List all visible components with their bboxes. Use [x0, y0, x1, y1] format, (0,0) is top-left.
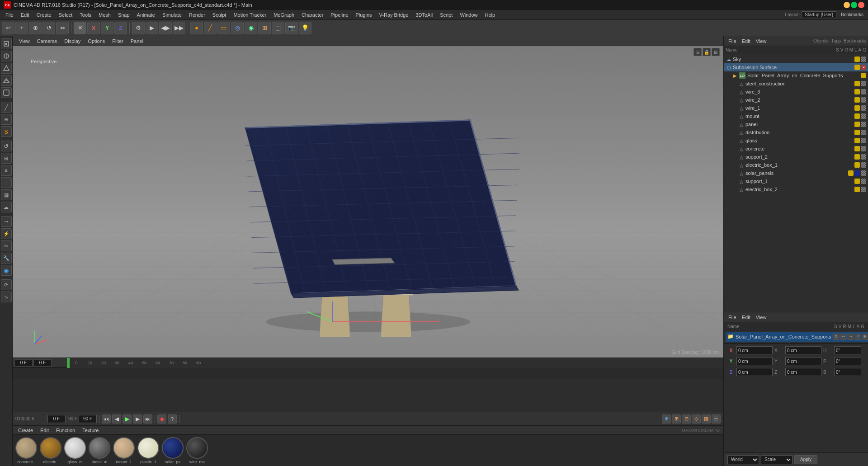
pos-z-input[interactable] [736, 368, 773, 376]
rot-b-input[interactable] [834, 368, 861, 376]
left-btn-21[interactable]: ∿ [1, 292, 12, 302]
left-btn-8[interactable]: $ [1, 126, 12, 137]
object-tree[interactable]: ☁ Sky ⬡ Subdivision Surface ✕ [724, 54, 868, 312]
menu-animate[interactable]: Animate [133, 11, 159, 19]
om-menu-file[interactable]: File [726, 38, 739, 45]
mat-menu-function[interactable]: Function [52, 427, 79, 434]
timeline-settings[interactable]: ☰ [712, 414, 721, 424]
size-x-input[interactable] [785, 346, 821, 354]
menu-script[interactable]: Script [436, 11, 456, 19]
menu-select[interactable]: Select [55, 11, 76, 19]
om-row-solarpanels[interactable]: △ solar_panels [724, 169, 868, 177]
menu-character[interactable]: Character [298, 11, 327, 19]
menu-plugins[interactable]: Plugins [352, 11, 375, 19]
layout-value[interactable]: Startup (User) [802, 11, 836, 18]
om-row-support2[interactable]: △ support_2 [724, 153, 868, 161]
end-frame-input[interactable] [79, 415, 97, 423]
attr-menu-view[interactable]: View [753, 314, 769, 321]
menu-mesh[interactable]: Mesh [95, 11, 114, 19]
polygon-mode[interactable]: ▭ [217, 22, 230, 34]
bookmarks-label[interactable]: Bookmarks [838, 11, 866, 18]
om-row-concrete[interactable]: △ concrete [724, 145, 868, 153]
mat-concrete[interactable]: concrete_ [15, 437, 37, 464]
pos-x-input[interactable] [736, 346, 773, 354]
menu-sculpt[interactable]: Sculpt [209, 11, 230, 19]
mat-menu-texture[interactable]: Texture [79, 427, 102, 434]
attr-menu-edit[interactable]: Edit [739, 314, 753, 321]
viewport-solo[interactable]: ⬚ [272, 22, 284, 34]
render-settings[interactable]: ⚙ [132, 22, 145, 34]
axis-y[interactable]: Y [101, 22, 113, 34]
edge-mode[interactable]: ╱ [204, 22, 217, 34]
transform-button[interactable]: ⊕ [662, 414, 671, 424]
mat-metal[interactable]: metal_m [89, 437, 110, 464]
attr-icon-2[interactable]: ⋯ [840, 334, 847, 340]
mat-plastic[interactable]: plastic_1 [137, 437, 159, 464]
om-row-solar-group[interactable]: ▶ LO Solar_Panel_Array_on_Concrete_Suppo… [724, 71, 868, 80]
go-to-start-button[interactable]: ⏮ [102, 414, 111, 424]
menu-create[interactable]: Create [33, 11, 55, 19]
menu-render[interactable]: Render [185, 11, 209, 19]
pos-y-input[interactable] [736, 357, 773, 365]
om-row-ebox1[interactable]: △ electric_box_1 [724, 161, 868, 169]
mat-solar[interactable]: solar_pa [162, 437, 184, 464]
left-btn-19[interactable]: ◉ [1, 265, 12, 276]
left-btn-18[interactable]: 🔧 [1, 253, 12, 264]
left-btn-3[interactable] [1, 63, 12, 74]
menu-tools[interactable]: Tools [76, 11, 95, 19]
rotate-button[interactable]: ↺ [42, 22, 55, 34]
om-row-ebox2[interactable]: △ electric_box_2 [724, 185, 868, 193]
mat-wire[interactable]: wire_ma [186, 437, 208, 464]
left-btn-10[interactable]: ⊞ [1, 153, 12, 164]
move-button[interactable]: ⊕ [29, 22, 42, 34]
scale-dropdown[interactable]: Scale [761, 455, 793, 464]
om-row-wire2[interactable]: △ wire_2 [724, 96, 868, 104]
menu-edit[interactable]: Edit [17, 11, 33, 19]
left-btn-9[interactable]: ↺ [1, 141, 12, 151]
size-y-input[interactable] [785, 357, 821, 365]
light-btn[interactable]: 💡 [299, 22, 311, 34]
menu-pipeline[interactable]: Pipeline [327, 11, 352, 19]
rot-h-input[interactable] [834, 346, 861, 354]
minimize-button[interactable] [844, 2, 850, 8]
mat-glass[interactable]: glass_m [64, 437, 86, 464]
om-row-wire3[interactable]: △ wire_3 [724, 88, 868, 96]
go-to-end-button[interactable]: ⏭ [143, 414, 152, 424]
left-btn-5[interactable] [1, 87, 12, 98]
play-button[interactable]: ▶ [123, 414, 132, 424]
menu-motion-tracker[interactable]: Motion Tracker [230, 11, 270, 19]
titlebar-controls[interactable] [844, 2, 864, 8]
vp-layout-button[interactable]: ⊞ [712, 48, 720, 56]
vp-menu-view[interactable]: View [15, 38, 33, 45]
timeline-track[interactable] [13, 368, 723, 379]
maximize-button[interactable] [851, 2, 857, 8]
om-row-subdiv[interactable]: ⬡ Subdivision Surface ✕ [724, 63, 868, 71]
om-row-mount[interactable]: △ mount [724, 112, 868, 120]
mat-menu-create[interactable]: Create [14, 427, 37, 434]
menu-help[interactable]: Help [481, 11, 499, 19]
vp-menu-cameras[interactable]: Cameras [33, 38, 61, 45]
om-row-distribution[interactable]: △ distribution [724, 128, 868, 137]
mat-electric[interactable]: electric_ [40, 437, 61, 464]
attr-icon-5[interactable]: ⊞ [862, 334, 868, 340]
om-row-glass[interactable]: △ glass [724, 137, 868, 145]
vp-menu-display[interactable]: Display [61, 38, 84, 45]
frame-field2[interactable] [33, 359, 52, 367]
om-row-panel[interactable]: △ panel [724, 120, 868, 128]
render-active[interactable]: ▶ [146, 22, 158, 34]
world-dropdown[interactable]: World Local [727, 455, 759, 464]
apply-button[interactable]: Apply [794, 455, 817, 464]
vp-fit-button[interactable]: ⇲ [693, 48, 702, 56]
left-btn-15[interactable]: ⇢ [1, 216, 12, 227]
camera-btn[interactable]: 📷 [285, 22, 298, 34]
axis-z[interactable]: Z [114, 22, 127, 34]
start-frame-input[interactable] [47, 415, 66, 423]
menu-mograph[interactable]: MoGraph [270, 11, 298, 19]
menu-file[interactable]: File [2, 11, 17, 19]
menu-simulate[interactable]: Simulate [159, 11, 185, 19]
scale-button[interactable]: ⇔ [56, 22, 69, 34]
left-btn-17[interactable]: ✂ [1, 240, 12, 251]
om-row-wire1[interactable]: △ wire_1 [724, 104, 868, 112]
viewport-controls[interactable]: ⇲ 🔒 ⊞ [693, 48, 720, 56]
live-select[interactable]: ◎ [231, 22, 244, 34]
